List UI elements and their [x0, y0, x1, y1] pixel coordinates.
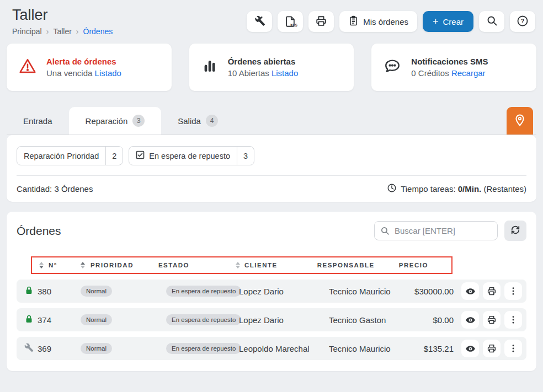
card-subtext: Una vencida	[46, 68, 92, 78]
cell-precio: $0.00	[412, 315, 454, 325]
view-button[interactable]	[461, 311, 479, 329]
location-button[interactable]	[507, 107, 533, 135]
stats-row: Cantidad: 3 Órdenes Tiempo tareas: 0/Min…	[17, 176, 526, 202]
chip-label-text: En espera de repuesto	[149, 152, 230, 160]
mis-ordenes-label: Mis órdenes	[363, 17, 408, 26]
tools-button[interactable]	[247, 11, 272, 32]
sort-control-prioridad[interactable]	[81, 262, 85, 269]
plus-icon: +	[433, 17, 439, 26]
sort-control-numero[interactable]	[39, 262, 44, 269]
tiempo-value: 0/Min.	[458, 184, 482, 194]
print-row-button[interactable]	[483, 282, 501, 300]
eye-icon	[465, 315, 476, 325]
card-alerta-ordenes: Alerta de órdenes Una vencida Listado	[7, 44, 172, 91]
column-header-precio[interactable]: PRECIO	[399, 262, 428, 269]
cell-responsable: Tecnico Mauricio	[329, 287, 412, 296]
column-header-prioridad[interactable]: PRIORIDAD	[91, 262, 134, 269]
recargar-link[interactable]: Recargar	[451, 68, 486, 78]
orders-header: Órdenes	[17, 221, 526, 241]
tab-salida[interactable]: Salida 4	[161, 107, 235, 135]
search-button[interactable]	[479, 11, 504, 32]
filters-panel: Reparación Prioridad 2 En espera de repu…	[7, 135, 536, 202]
print-row-button[interactable]	[483, 340, 501, 357]
kebab-menu-icon	[508, 343, 518, 353]
card-title: Alerta de órdenes	[46, 57, 121, 66]
row-menu-button[interactable]	[504, 282, 522, 300]
cell-cliente: Leopoldo Marechal	[239, 344, 329, 353]
search-group	[374, 221, 526, 241]
column-header-responsable[interactable]: RESPONSABLE	[317, 262, 375, 269]
column-header-estado[interactable]: ESTADO	[158, 262, 189, 269]
prioridad-badge: Normal	[81, 314, 112, 325]
table-row[interactable]: 374 Normal En espera de repuesto Lopez D…	[17, 308, 526, 331]
printer-icon	[487, 343, 497, 353]
help-button[interactable]: ?	[510, 11, 535, 32]
refresh-icon	[510, 224, 521, 237]
table-row[interactable]: 369 Normal En espera de repuesto Leopold…	[17, 337, 526, 360]
chip-en-espera-de-repuesto[interactable]: En espera de repuesto 3	[129, 146, 254, 165]
breadcrumb-item-principal[interactable]: Principal	[12, 27, 42, 36]
wrench-icon	[24, 343, 38, 354]
chip-label: En espera de repuesto	[129, 147, 237, 165]
export-xls-button[interactable]: XLS	[278, 11, 303, 32]
print-button[interactable]	[308, 11, 334, 32]
estado-badge: En espera de repuesto	[166, 286, 241, 297]
tab-bar: Entrada Reparación 3 Salida 4	[7, 107, 536, 135]
card-text-block: Notificaciones SMS 0 Créditos Recargar	[411, 57, 488, 78]
lock-icon	[24, 286, 38, 297]
cell-prioridad: Normal	[81, 286, 166, 297]
cell-cliente: Lopez Dario	[239, 287, 329, 296]
view-button[interactable]	[461, 340, 479, 357]
row-actions	[454, 340, 522, 357]
mis-ordenes-button[interactable]: Mis órdenes	[339, 11, 417, 32]
card-title: Notificaciones SMS	[411, 57, 488, 66]
card-subtext: 10 Abiertas	[228, 68, 269, 78]
cell-prioridad: Normal	[81, 314, 166, 325]
row-actions	[454, 311, 522, 329]
tab-count-badge: 4	[206, 115, 218, 127]
sort-control-cliente[interactable]	[236, 262, 240, 269]
filter-chips: Reparación Prioridad 2 En espera de repu…	[17, 146, 526, 165]
help-icon: ?	[517, 15, 529, 29]
view-button[interactable]	[461, 282, 479, 300]
search-icon	[486, 15, 498, 28]
cell-numero: 369	[38, 344, 81, 353]
app-window: Taller Principal › Taller › Órdenes	[0, 0, 543, 392]
tab-entrada[interactable]: Entrada	[7, 107, 69, 135]
card-subtitle: 0 Créditos Recargar	[411, 68, 488, 78]
card-text-block: Órdenes abiertas 10 Abiertas Listado	[228, 57, 299, 78]
search-input[interactable]	[374, 221, 498, 240]
bar-chart-icon	[201, 58, 218, 77]
page-title: Taller	[12, 7, 113, 24]
listado-link[interactable]: Listado	[95, 68, 121, 78]
column-header-numero[interactable]: N°	[49, 262, 57, 269]
chip-reparacion-prioridad[interactable]: Reparación Prioridad 2	[17, 146, 123, 165]
tiempo-text: Tiempo tareas: 0/Min. (Restantes)	[401, 184, 526, 194]
print-row-button[interactable]	[483, 311, 501, 329]
orders-title: Órdenes	[17, 224, 61, 238]
search-box	[374, 221, 498, 240]
lock-icon	[24, 314, 38, 325]
kebab-menu-icon	[508, 286, 518, 296]
eye-icon	[465, 343, 476, 354]
tab-label: Salida	[178, 116, 201, 126]
estado-badge: En espera de repuesto	[166, 343, 241, 354]
prioridad-badge: Normal	[81, 343, 112, 354]
column-header-cliente[interactable]: CLIENTE	[244, 262, 278, 269]
row-menu-button[interactable]	[504, 340, 522, 357]
chip-count: 3	[237, 147, 254, 165]
clipboard-icon	[348, 15, 359, 28]
card-notificaciones-sms: Notificaciones SMS 0 Créditos Recargar	[371, 44, 536, 91]
kebab-menu-icon	[508, 315, 518, 325]
refresh-button[interactable]	[504, 221, 526, 241]
tab-count-badge: 3	[132, 115, 145, 127]
cantidad-label: Cantidad: 3 Órdenes	[17, 184, 93, 194]
table-row[interactable]: 380 Normal En espera de repuesto Lopez D…	[17, 280, 526, 303]
listado-link[interactable]: Listado	[272, 68, 298, 78]
crear-button[interactable]: + Crear	[423, 11, 473, 32]
info-cards: Alerta de órdenes Una vencida Listado Ór…	[0, 40, 543, 91]
tab-reparacion[interactable]: Reparación 3	[69, 107, 162, 135]
xls-file-icon: XLS	[284, 15, 296, 28]
row-menu-button[interactable]	[504, 311, 522, 329]
breadcrumb-item-taller[interactable]: Taller	[53, 27, 71, 36]
